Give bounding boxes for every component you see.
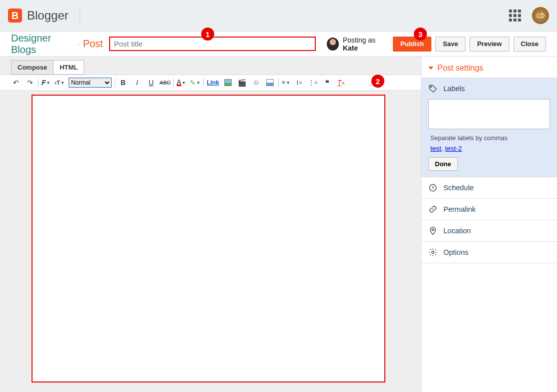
google-apps-icon[interactable] bbox=[509, 10, 521, 22]
panel-location-title: Location bbox=[443, 227, 471, 235]
preview-button[interactable]: Preview bbox=[469, 37, 509, 52]
blockquote-icon[interactable]: ❝ bbox=[321, 77, 333, 88]
bold-icon[interactable]: B bbox=[117, 77, 129, 88]
labels-input[interactable] bbox=[428, 99, 550, 129]
undo-icon[interactable]: ↶ bbox=[10, 77, 22, 88]
posting-as-user: Kate bbox=[343, 44, 358, 52]
annotation-2: 2 bbox=[371, 75, 384, 88]
gear-icon bbox=[428, 248, 437, 257]
editor-column: Compose HTML ↶ ↷ F▼ тT▼ Normal B I U ABC… bbox=[0, 57, 421, 392]
underline-icon[interactable]: U bbox=[145, 77, 157, 88]
brand-divider bbox=[80, 7, 80, 24]
tab-html[interactable]: HTML bbox=[54, 60, 84, 75]
panel-labels-title: Labels bbox=[443, 85, 465, 93]
blogger-logo-icon[interactable]: B bbox=[8, 9, 22, 23]
breadcrumb-blog[interactable]: Designer Blogs bbox=[11, 33, 74, 56]
panel-location[interactable]: Location bbox=[421, 220, 557, 241]
insert-video-icon[interactable]: 🎬 bbox=[236, 77, 248, 88]
editor-toolbar: ↶ ↷ F▼ тT▼ Normal B I U ABC A▼ ✎▼ Link 🎬… bbox=[0, 75, 421, 91]
editor-mode-tabs: Compose HTML bbox=[0, 57, 421, 75]
labels-hint: Separate labels by commas bbox=[430, 135, 550, 142]
insert-emoji-icon[interactable]: ☺ bbox=[250, 77, 262, 88]
redo-icon[interactable]: ↷ bbox=[24, 77, 36, 88]
post-body-editor[interactable] bbox=[32, 95, 385, 382]
annotation-3: 3 bbox=[414, 28, 427, 41]
publish-button[interactable]: Publish bbox=[393, 37, 431, 52]
font-size-dropdown[interactable]: тT▼ bbox=[53, 77, 65, 88]
caret-down-icon bbox=[428, 67, 433, 70]
text-color-icon[interactable]: A▼ bbox=[176, 77, 187, 88]
posting-as-avatar-icon bbox=[327, 38, 339, 51]
panel-options-title: Options bbox=[443, 248, 468, 256]
brand-bar: B Blogger cb bbox=[0, 0, 557, 32]
tag-icon bbox=[428, 84, 437, 93]
panel-permalink[interactable]: Permalink bbox=[421, 198, 557, 220]
link-icon bbox=[428, 205, 437, 214]
alignment-dropdown[interactable]: ≡▼ bbox=[281, 77, 291, 88]
panel-schedule-title: Schedule bbox=[443, 184, 473, 192]
post-title-input[interactable] bbox=[109, 37, 316, 51]
toolbar-divider bbox=[173, 78, 174, 87]
labels-suggestions: test, test-2 bbox=[430, 145, 550, 152]
post-settings-title: Post settings bbox=[437, 64, 483, 73]
toolbar-divider bbox=[115, 78, 115, 87]
panel-options[interactable]: Options bbox=[421, 241, 557, 263]
close-button[interactable]: Close bbox=[513, 37, 546, 52]
breadcrumb-section: Post bbox=[83, 38, 103, 50]
svg-point-2 bbox=[432, 229, 434, 231]
post-settings-header[interactable]: Post settings bbox=[421, 57, 557, 78]
font-family-dropdown[interactable]: F▼ bbox=[41, 77, 51, 88]
tab-compose[interactable]: Compose bbox=[11, 60, 54, 75]
insert-jump-break-icon[interactable] bbox=[264, 77, 276, 88]
highlight-color-icon[interactable]: ✎▼ bbox=[189, 77, 201, 88]
post-title-row: Designer Blogs · Post Posting as Kate Pu… bbox=[0, 32, 557, 57]
post-settings-sidebar: Post settings Labels Separate labels by … bbox=[421, 57, 557, 392]
labels-done-button[interactable]: Done bbox=[428, 157, 458, 171]
save-button[interactable]: Save bbox=[435, 37, 465, 52]
panel-permalink-title: Permalink bbox=[443, 205, 475, 213]
brand-name: Blogger bbox=[27, 9, 69, 23]
annotation-1: 1 bbox=[201, 28, 214, 41]
clock-icon bbox=[428, 183, 437, 192]
label-suggestion-link[interactable]: test bbox=[430, 145, 441, 152]
posting-as-label: Posting as Kate bbox=[343, 36, 389, 52]
bullet-list-icon[interactable]: ⋮≡ bbox=[307, 77, 319, 88]
toolbar-divider bbox=[203, 78, 204, 87]
strikethrough-icon[interactable]: ABC bbox=[159, 77, 171, 88]
remove-formatting-icon[interactable]: T× bbox=[335, 77, 347, 88]
panel-labels: Labels Separate labels by commas test, t… bbox=[421, 78, 557, 177]
label-suggestion-link[interactable]: test-2 bbox=[445, 145, 462, 152]
italic-icon[interactable]: I bbox=[131, 77, 143, 88]
account-avatar[interactable]: cb bbox=[532, 7, 549, 24]
svg-point-3 bbox=[432, 251, 434, 254]
paragraph-format-select[interactable]: Normal bbox=[68, 77, 113, 88]
numbered-list-icon[interactable]: 1≡ bbox=[293, 77, 305, 88]
insert-image-icon[interactable] bbox=[222, 77, 234, 88]
panel-schedule[interactable]: Schedule bbox=[421, 177, 557, 198]
location-pin-icon bbox=[428, 226, 437, 235]
posting-as-prefix: Posting as bbox=[343, 36, 375, 44]
toolbar-divider bbox=[38, 78, 39, 87]
insert-link-button[interactable]: Link bbox=[206, 77, 220, 88]
toolbar-divider bbox=[278, 78, 279, 87]
breadcrumb-separator: · bbox=[77, 38, 80, 50]
svg-point-0 bbox=[430, 86, 431, 87]
